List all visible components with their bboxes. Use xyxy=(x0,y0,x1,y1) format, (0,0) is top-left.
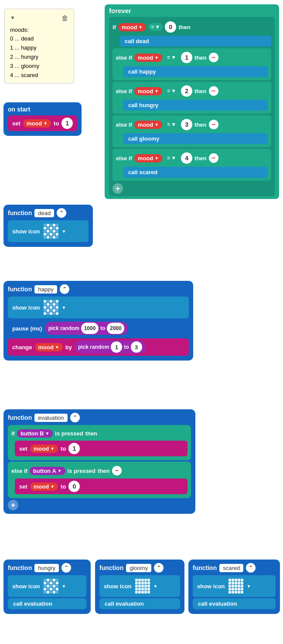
func-hungry-collapse[interactable]: ⌃ xyxy=(61,563,71,573)
c7 xyxy=(50,227,52,229)
else-if-section-1: else if mood ▼ = ▼ 1 then − call happy xyxy=(113,48,271,80)
minus-btn-2[interactable]: − xyxy=(209,86,218,96)
eval-to-keyword-else: to xyxy=(61,483,66,490)
call-hungry: call hungry xyxy=(123,100,268,111)
icon-grid-gloomy[interactable] xyxy=(134,578,151,594)
func-scared-collapse[interactable]: ⌃ xyxy=(246,563,256,573)
eq-arrow-1: ▼ xyxy=(171,54,176,61)
c20 xyxy=(44,236,46,239)
mood-dropdown-1[interactable]: mood ▼ xyxy=(134,54,162,62)
eval-mood-dropdown-else[interactable]: mood ▼ xyxy=(30,482,58,491)
eval-add-row: + xyxy=(8,500,191,510)
func-hungry-name: hungry xyxy=(34,564,59,572)
show-icon-happy-arrow[interactable]: ▼ xyxy=(62,305,66,310)
mood-label-0: mood xyxy=(122,24,137,30)
eval-minus-btn[interactable]: − xyxy=(112,466,122,475)
val-2: 2 xyxy=(181,85,192,97)
c19 xyxy=(56,233,58,236)
show-icon-hungry-arrow[interactable]: ▼ xyxy=(62,584,66,589)
c18 xyxy=(53,233,55,236)
func-gloomy-collapse[interactable]: ⌃ xyxy=(154,563,164,573)
eq-dropdown-2[interactable]: = ▼ xyxy=(164,87,179,95)
add-condition-btn[interactable]: + xyxy=(113,183,123,194)
show-icon-dead-label: show icon xyxy=(12,228,40,235)
show-icon-gloomy-arrow[interactable]: ▼ xyxy=(153,584,158,589)
button-a-arrow: ▼ xyxy=(58,469,62,473)
c22 xyxy=(50,236,52,239)
eval-is-pressed: is pressed xyxy=(55,430,83,437)
func-scared-header: function scared ⌃ xyxy=(193,563,276,573)
eval-set-val-if: 1 xyxy=(68,443,80,454)
show-icon-happy: show icon ▼ xyxy=(8,297,189,318)
notes-arrow-icon: ▼ xyxy=(10,14,15,22)
set-mood-dropdown[interactable]: mood ▼ xyxy=(23,119,51,128)
minus-btn-3[interactable]: − xyxy=(209,120,218,129)
mood-arrow-3: ▼ xyxy=(154,122,159,127)
random-pill-change: pick random 1 to 3 xyxy=(75,341,146,354)
eval-set-keyword-if: set xyxy=(19,445,27,452)
show-icon-dead-arrow[interactable]: ▼ xyxy=(62,229,66,234)
to-label-pause: to xyxy=(100,325,105,331)
call-dead: call dead xyxy=(119,36,271,47)
val-1: 1 xyxy=(181,52,192,63)
icon-grid-happy[interactable] xyxy=(43,299,59,316)
func-hungry-container: function hungry ⌃ show icon xyxy=(3,560,91,614)
mood-arrow-4: ▼ xyxy=(154,156,159,161)
c0 xyxy=(44,224,46,226)
mood-dropdown-2[interactable]: mood ▼ xyxy=(134,87,162,95)
show-icon-hungry-label: show icon xyxy=(12,583,40,590)
eval-add-btn[interactable]: + xyxy=(8,500,18,510)
notes-item-1: 1 ... happy xyxy=(10,44,68,53)
mood-dropdown-0[interactable]: mood ▼ xyxy=(118,23,146,31)
eq-dropdown-0[interactable]: = ▼ xyxy=(148,23,163,31)
forever-label: forever xyxy=(109,7,275,14)
eq-dropdown-4[interactable]: = ▼ xyxy=(164,154,179,162)
minus-btn-4[interactable]: − xyxy=(209,153,218,163)
icon-grid-scared[interactable] xyxy=(228,578,244,594)
eq-dropdown-1[interactable]: = ▼ xyxy=(164,54,179,61)
forever-block: forever if mood ▼ = ▼ 0 then call dead e… xyxy=(105,4,279,199)
icon-grid-hungry[interactable] xyxy=(43,578,59,594)
on-start-header: on start xyxy=(8,106,77,113)
eq-label-2: = xyxy=(167,88,170,94)
func-gloomy-header: function gloomy ⌃ xyxy=(99,563,180,573)
eq-dropdown-3[interactable]: = ▼ xyxy=(164,121,179,128)
else-if-keyword-1: else if xyxy=(116,54,132,61)
eval-if-block: if button B ▼ is pressed then set mood ▼… xyxy=(8,425,191,460)
eq-arrow-2: ▼ xyxy=(171,88,176,94)
c13 xyxy=(53,230,55,233)
show-icon-scared-arrow[interactable]: ▼ xyxy=(247,584,251,589)
else-if-section-4: else if mood ▼ = ▼ 4 then − call scared xyxy=(113,149,271,181)
show-icon-scared: show icon ▼ xyxy=(193,575,276,597)
func-dead-collapse[interactable]: ⌃ xyxy=(57,208,66,218)
c10 xyxy=(44,230,46,233)
button-a-pill[interactable]: button A ▼ xyxy=(30,467,65,475)
notes-item-0: 0 ... dead xyxy=(10,34,68,44)
notes-delete-icon[interactable]: 🗑 xyxy=(61,13,68,24)
func-happy-collapse[interactable]: ⌃ xyxy=(60,284,69,294)
func-keyword-gloomy: function xyxy=(99,564,123,571)
c11 xyxy=(47,230,49,233)
button-b-label: button B xyxy=(20,430,44,437)
minus-btn-1[interactable]: − xyxy=(209,53,218,62)
func-eval-collapse[interactable]: ⌃ xyxy=(70,413,80,422)
func-gloomy-name: gloomy xyxy=(126,564,151,572)
mood-label-3: mood xyxy=(138,121,153,128)
mood-dropdown-4[interactable]: mood ▼ xyxy=(134,154,162,162)
icon-grid-dead[interactable] xyxy=(43,223,59,239)
change-mood-label: mood xyxy=(38,344,54,351)
set-mood-arrow: ▼ xyxy=(43,121,48,126)
button-b-pill[interactable]: button B ▼ xyxy=(17,429,53,438)
if-row-0: if mood ▼ = ▼ 0 then xyxy=(113,20,271,34)
eval-mood-dropdown-if[interactable]: mood ▼ xyxy=(30,445,58,453)
show-icon-dead: show icon ▼ xyxy=(8,220,89,242)
c4 xyxy=(56,224,58,226)
eq-label-1: = xyxy=(167,54,170,61)
c16 xyxy=(47,233,49,236)
mood-dropdown-3[interactable]: mood ▼ xyxy=(134,121,162,129)
func-hungry-header: function hungry ⌃ xyxy=(8,563,86,573)
c3 xyxy=(53,224,55,226)
else-if-keyword-2: else if xyxy=(116,88,132,94)
change-mood-dropdown[interactable]: mood ▼ xyxy=(35,343,63,351)
mood-arrow-2: ▼ xyxy=(154,89,159,94)
